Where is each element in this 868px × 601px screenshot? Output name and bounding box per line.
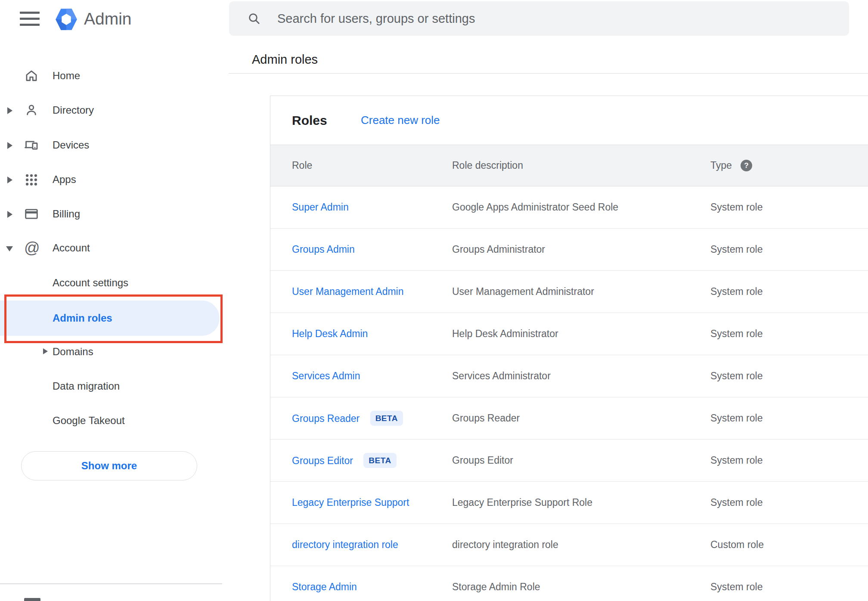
sidebar-bottom-divider [0,583,222,584]
roles-card-header: Roles Create new role [270,96,868,145]
person-icon [24,103,39,118]
table-header-row: Role Role description Type ? [270,145,868,186]
beta-badge: BETA [363,453,396,468]
table-row: directory integration role directory int… [270,524,868,566]
role-type: System role [710,370,868,382]
sidebar-item-domains[interactable]: Domains [0,335,222,369]
header-divider [229,73,868,74]
role-link[interactable]: Services Admin [292,370,360,381]
devices-icon [24,138,39,152]
main-content: Admin roles Roles Create new role Role R… [222,0,868,601]
role-description: Help Desk Administrator [452,328,710,340]
apps-grid-icon [24,172,39,187]
expand-arrow-icon [7,177,12,183]
sidebar-item-label: Apps [53,162,76,197]
roles-table-body: Super Admin Google Apps Administrator Se… [270,186,868,601]
home-icon [24,68,39,83]
role-description: directory integration role [452,539,710,551]
card-title: Roles [292,96,327,145]
role-description: Groups Editor [452,455,710,466]
expand-arrow-icon [7,107,12,114]
search-bar [229,1,849,36]
role-description: Legacy Enterprise Support Role [452,497,710,508]
role-link[interactable]: Storage Admin [292,581,357,592]
role-type: System role [710,328,868,340]
search-icon[interactable] [247,12,261,27]
sidebar-item-label: Account settings [53,266,128,300]
column-header-type: Type [710,160,732,171]
admin-hexagon-icon [55,7,78,32]
sidebar-item-label: Data migration [53,369,120,403]
search-input[interactable] [277,1,833,36]
role-description: Groups Administrator [452,244,710,255]
table-row: Groups Reader BETA Groups Reader System … [270,397,868,440]
collapse-arrow-icon [6,246,13,251]
clipped-sidebar-icon [24,598,40,601]
sidebar-item-account-settings[interactable]: Account settings [0,266,222,300]
table-row: Groups Admin Groups Administrator System… [270,229,868,271]
create-new-role-link[interactable]: Create new role [361,96,440,145]
sidebar: Admin Home Directory [0,0,222,601]
role-type: System role [710,286,868,297]
table-row: Services Admin Services Administrator Sy… [270,355,868,397]
role-description: Storage Admin Role [452,581,710,593]
table-row: Super Admin Google Apps Administrator Se… [270,186,868,229]
sidebar-item-label: Directory [53,93,94,127]
role-type: System role [710,581,868,593]
beta-badge: BETA [370,411,403,426]
role-link[interactable]: User Management Admin [292,286,404,297]
role-description: Google Apps Administrator Seed Role [452,201,710,213]
admin-logo[interactable]: Admin [55,6,167,32]
sidebar-item-label: Devices [53,128,89,162]
role-description: User Management Administrator [452,286,710,297]
role-type: Custom role [710,539,868,551]
sidebar-item-apps[interactable]: Apps [0,162,222,197]
at-sign-icon: @ [24,241,39,255]
sidebar-item-label: Billing [53,197,80,231]
table-row: User Management Admin User Management Ad… [270,271,868,313]
sidebar-item-data-migration[interactable]: Data migration [0,369,222,403]
sidebar-item-label: Home [53,59,80,93]
role-type: System role [710,412,868,424]
column-header-description: Role description [452,160,710,171]
sidebar-item-devices[interactable]: Devices [0,128,222,162]
table-row: Storage Admin Storage Admin Role System … [270,566,868,601]
google-admin-console: Admin Home Directory [0,0,868,601]
role-link[interactable]: Groups Editor [292,455,353,466]
role-type: System role [710,497,868,508]
credit-card-icon [24,207,39,221]
app-title: Admin [84,7,132,31]
table-row: Legacy Enterprise Support Legacy Enterpr… [270,482,868,524]
column-header-role: Role [292,160,452,171]
sidebar-item-label: Domains [53,335,93,369]
table-row: Help Desk Admin Help Desk Administrator … [270,313,868,355]
help-icon[interactable]: ? [741,160,752,171]
role-type: System role [710,201,868,213]
show-more-button[interactable]: Show more [21,451,197,480]
sidebar-item-billing[interactable]: Billing [0,197,222,231]
role-link[interactable]: Super Admin [292,201,349,213]
role-description: Services Administrator [452,370,710,382]
sidebar-item-home[interactable]: Home [0,59,222,93]
sidebar-item-label: Account [53,231,90,265]
role-link[interactable]: Groups Admin [292,244,355,255]
role-link[interactable]: Groups Reader [292,413,360,424]
sidebar-item-google-takeout[interactable]: Google Takeout [0,403,222,438]
sidebar-item-admin-roles[interactable]: Admin roles [0,300,220,336]
expand-arrow-icon [43,348,48,354]
role-type: System role [710,244,868,255]
expand-arrow-icon [7,211,12,218]
expand-arrow-icon [7,142,12,149]
role-link[interactable]: Help Desk Admin [292,328,368,339]
breadcrumb: Admin roles [252,51,318,68]
role-description: Groups Reader [452,412,710,424]
sidebar-item-directory[interactable]: Directory [0,93,222,127]
roles-card: Roles Create new role Role Role descript… [270,96,868,601]
role-link[interactable]: directory integration role [292,539,398,550]
sidebar-item-label: Google Takeout [53,403,125,438]
sidebar-item-account[interactable]: @ Account [0,231,222,265]
table-row: Groups Editor BETA Groups Editor System … [270,440,868,482]
sidebar-item-label: Admin roles [53,300,112,336]
menu-icon[interactable] [17,8,42,30]
role-link[interactable]: Legacy Enterprise Support [292,497,409,508]
